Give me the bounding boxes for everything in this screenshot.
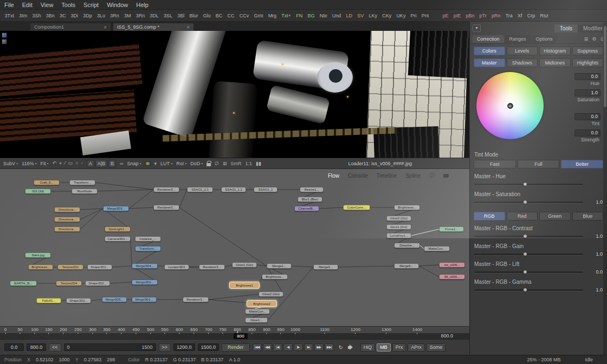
- node-dent1[interactable]: Dent1 (Dnt): [386, 224, 411, 230]
- slider-track-gamma[interactable]: [474, 289, 583, 291]
- node-issv006[interactable]: iss_v006...: [439, 262, 465, 268]
- ratio-button[interactable]: 1:1: [246, 161, 253, 166]
- tint-mode-fast[interactable]: Fast: [474, 160, 516, 168]
- slider-track-lift[interactable]: [474, 271, 583, 273]
- wheel-value-hue[interactable]: 0.0: [574, 73, 600, 80]
- node-puma[interactable]: Puma1...: [439, 226, 464, 232]
- color-swatch[interactable]: [145, 161, 151, 166]
- node-ssao12[interactable]: SSAO1_1.2: [221, 187, 246, 192]
- subtab-correction[interactable]: Correction: [473, 35, 504, 43]
- channel-button-rgb[interactable]: RGB: [474, 212, 505, 220]
- tool-button-CC[interactable]: CC: [225, 11, 237, 20]
- tool-button-3C[interactable]: 3C: [57, 11, 68, 20]
- node-renderer3c[interactable]: Renderer3...: [199, 264, 225, 270]
- node-merge3d3[interactable]: Merge3D3...: [103, 206, 129, 211]
- collapse-icon[interactable]: ▾: [473, 24, 481, 32]
- range-slider[interactable]: 0 1500: [64, 343, 156, 351]
- tool-button-pRn[interactable]: pRn: [489, 11, 503, 20]
- menu-item-edit[interactable]: Edit: [22, 2, 33, 8]
- speaker-icon[interactable]: [348, 344, 356, 350]
- tool-button-Crp[interactable]: Crp: [525, 11, 538, 20]
- range-button-highlights[interactable]: Highlights: [572, 58, 604, 67]
- tool-button-pE[interactable]: pE: [440, 11, 451, 20]
- slider-value-gamma[interactable]: 1.0: [587, 287, 603, 292]
- jump-start-button[interactable]: <<: [49, 343, 61, 352]
- node-shape3d1[interactable]: Shape3D1...: [87, 264, 112, 270]
- tool-button-Pnt[interactable]: Pnt: [419, 11, 431, 20]
- node-transform2[interactable]: Transform...: [135, 246, 161, 251]
- tool-button-3DL[interactable]: 3DL: [147, 11, 162, 20]
- slider-value-gain[interactable]: 1.0: [587, 251, 603, 257]
- render-end-field[interactable]: 1500.0: [198, 343, 219, 351]
- slider-handle-lift[interactable]: [523, 270, 527, 274]
- viewer-split-icon[interactable]: [2, 39, 7, 44]
- grid-icon[interactable]: ⊞: [584, 36, 589, 42]
- playback-button-0[interactable]: |◀◀: [253, 343, 262, 351]
- viewer-tool-icon-0[interactable]: ↶: [52, 160, 56, 166]
- viewer-roi-dropdown[interactable]: RoI: [176, 161, 186, 166]
- node-blur1[interactable]: Blur1 (Blur): [298, 197, 322, 202]
- tool-button-Xf[interactable]: Xf: [515, 11, 525, 20]
- node-renderer3d[interactable]: Renderer3...: [183, 297, 209, 302]
- quality-some[interactable]: Some: [427, 343, 446, 352]
- channel-button-red[interactable]: Red: [507, 212, 538, 220]
- slider-handle-gain[interactable]: [523, 252, 527, 256]
- node-iss3d[interactable]: ISS (3d): [25, 188, 51, 194]
- viewer-layout-icon[interactable]: [2, 32, 7, 38]
- menu-item-tools[interactable]: Tools: [61, 2, 75, 8]
- node-falloff[interactable]: Falloff1...: [36, 298, 61, 303]
- flow-tab-console[interactable]: Console: [348, 173, 368, 179]
- node-bright2[interactable]: Brightness...: [28, 264, 53, 270]
- node-rootnode[interactable]: RootNode: [72, 188, 98, 194]
- node-renderer3a[interactable]: Renderer3...: [153, 187, 179, 192]
- node-dir2[interactable]: Directiona...: [54, 217, 80, 222]
- slider-handle-hue[interactable]: [523, 182, 527, 186]
- close-icon[interactable]: ×: [104, 24, 107, 30]
- loop-icon[interactable]: ↻: [337, 344, 345, 350]
- node-merge3d4[interactable]: Merge3D4...: [132, 263, 158, 269]
- slider-track-hue[interactable]: [474, 184, 583, 185]
- global-start-field[interactable]: 0.0: [4, 343, 24, 351]
- flow-tab-flow[interactable]: Flow: [328, 173, 339, 179]
- tool-button-Rsz[interactable]: Rsz: [538, 11, 551, 20]
- viewer-dropdown-SubV[interactable]: SubV: [3, 161, 18, 166]
- flow-tab-timeline[interactable]: Timeline: [377, 173, 397, 179]
- tint-mode-better[interactable]: Better: [561, 160, 603, 168]
- subtab-ranges[interactable]: Ranges: [505, 35, 531, 43]
- slider-value-lift[interactable]: 0.0: [587, 269, 603, 275]
- info-icon[interactable]: ⓘ: [429, 172, 435, 179]
- tool-button-3Rn[interactable]: 3Rn: [133, 11, 147, 20]
- node-bright3[interactable]: Brightness...: [262, 274, 288, 280]
- wheel-value-saturation[interactable]: 1.0: [574, 89, 600, 96]
- playback-button-5[interactable]: ▶|: [304, 343, 313, 351]
- slider-track-contrast[interactable]: [474, 236, 583, 237]
- node-lumakey[interactable]: LumaKey1...: [386, 233, 411, 238]
- node-glow1b[interactable]: Glow1...: [245, 317, 268, 323]
- tool-button-Glo[interactable]: Glo: [201, 11, 213, 20]
- node-bright4[interactable]: Brightness2: [247, 300, 277, 307]
- menu-item-file[interactable]: File: [4, 2, 14, 8]
- tool-button-SV[interactable]: SV: [355, 11, 366, 20]
- menu-item-view[interactable]: View: [41, 2, 54, 8]
- comment-icon[interactable]: [443, 174, 449, 178]
- slider-value-saturation[interactable]: 1.0: [587, 199, 603, 205]
- tool-button-CCv[interactable]: CCv: [237, 11, 251, 20]
- tool-button-FN[interactable]: FN: [294, 11, 305, 20]
- viewer-buffer-A[interactable]: A: [87, 160, 94, 167]
- checker-icon[interactable]: ⊞: [223, 161, 227, 166]
- playback-button-7[interactable]: ▶▶|: [325, 343, 334, 351]
- viewer-tool-icon-2[interactable]: ∕: [64, 160, 66, 166]
- node-mattecon2[interactable]: MatteCon...: [245, 309, 270, 314]
- flow-tab-spline[interactable]: Spline: [405, 173, 421, 179]
- playback-button-4[interactable]: ▶: [294, 343, 303, 351]
- node-tex2d1[interactable]: Texture2D1: [57, 264, 83, 270]
- snap-dropdown[interactable]: Snap: [127, 161, 141, 166]
- node-channel1[interactable]: ChannelB...: [294, 206, 319, 211]
- tool-button-Gmt[interactable]: Gmt: [251, 11, 266, 20]
- quality-mb[interactable]: MB: [377, 343, 391, 352]
- node-shape3d2a[interactable]: Shape3D2...: [85, 281, 110, 286]
- node-locator1[interactable]: Locator3D1: [164, 264, 189, 270]
- tool-button-LD[interactable]: LD: [344, 11, 355, 20]
- menu-item-script[interactable]: Script: [83, 2, 99, 8]
- node-glow1a[interactable]: Glow1 (Glo): [232, 262, 257, 268]
